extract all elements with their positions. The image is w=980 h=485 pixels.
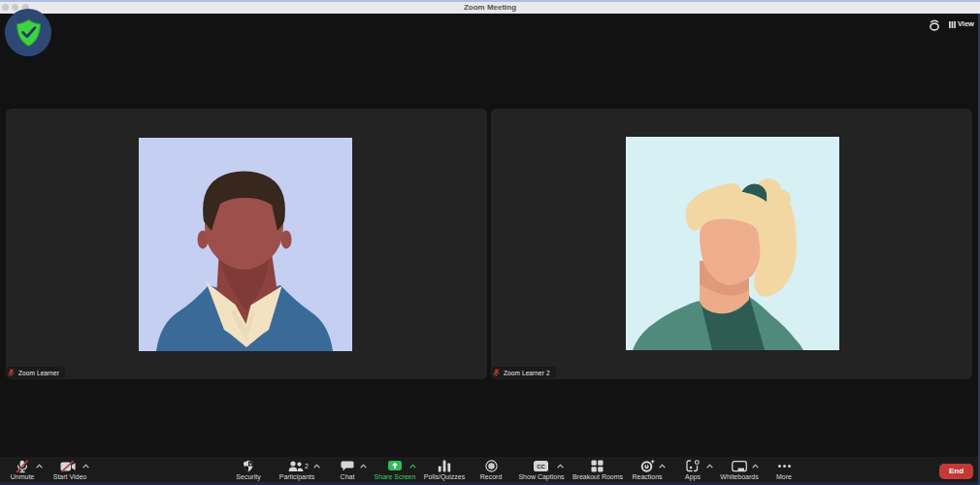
svg-text:CC: CC [537, 464, 545, 469]
